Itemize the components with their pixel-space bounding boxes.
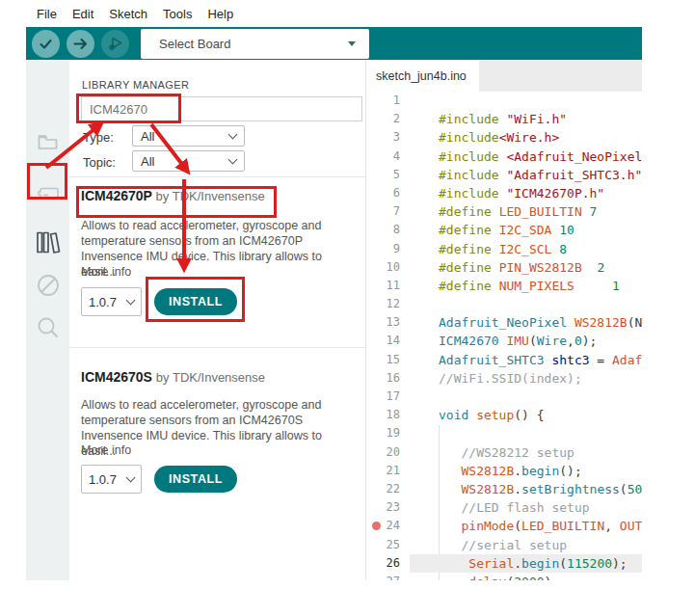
line-number: 1 [366, 92, 400, 110]
activity-sidebar [26, 60, 69, 580]
toolbar: Select Board [26, 27, 642, 60]
line-number: 17 [366, 388, 400, 406]
library-manager-icon[interactable] [26, 229, 69, 255]
code-line-4: 4#include <Adafruit_NeoPixel.h> [366, 147, 642, 166]
line-number: 16 [366, 369, 400, 388]
library-search-input[interactable] [81, 96, 362, 121]
line-number: 19 [366, 424, 400, 442]
topic-filter-select[interactable]: All [132, 150, 245, 172]
editor-area: sketch_jun4b.ino 12#include "WiFi.h"3#in… [366, 60, 642, 580]
chevron-down-icon [348, 41, 356, 46]
library-card-title: ICM42670S by TDK/Invensense [81, 369, 265, 385]
line-number: 20 [366, 443, 400, 462]
library-name: ICM42670P [81, 188, 152, 203]
chevron-down-icon [126, 295, 136, 305]
divider [69, 347, 365, 348]
code-line-8: 8#define I2C_SDA 10 [366, 221, 642, 239]
menu-item-tools[interactable]: Tools [155, 7, 200, 21]
line-number: 2 [366, 110, 400, 128]
code-line-6: 6#include "ICM42670P.h" [366, 184, 642, 202]
line-number: 13 [366, 313, 400, 332]
screenshot-canvas: FileEditSketchToolsHelp [0, 0, 694, 616]
code-line-7: 7#define LED_BUILTIN 7 [366, 202, 642, 221]
code-line-18: 18void setup() { [366, 406, 642, 424]
debug-button[interactable] [101, 30, 129, 58]
upload-button[interactable] [67, 30, 94, 58]
code-line-12: 12 [366, 295, 642, 313]
line-number: 3 [366, 128, 400, 147]
topic-filter-label: Topic: [83, 155, 116, 170]
code-line-19: 19 [366, 424, 642, 442]
line-number: 27 [366, 573, 400, 580]
code-line-10: 10#define PIN_WS2812B 2 [366, 258, 642, 277]
arrow-right-icon [72, 36, 89, 52]
code-line-13: 13Adafruit_NeoPixel WS2812B(NUM_PIXELS, … [366, 313, 642, 332]
code-line-3: 3#include<Wire.h> [366, 128, 642, 147]
code-line-23: 23 //LED flash setup [366, 498, 642, 517]
more-info-link[interactable]: More info [81, 265, 131, 279]
menu-item-sketch[interactable]: Sketch [101, 7, 155, 21]
line-number: 10 [366, 258, 400, 277]
line-number: 14 [366, 332, 400, 350]
line-number: 12 [366, 295, 400, 313]
search-sidebar-icon[interactable] [26, 314, 69, 340]
line-number: 9 [366, 240, 400, 258]
version-select[interactable]: 1.0.7 [81, 465, 142, 494]
library-author: by TDK/Invensense [156, 370, 265, 385]
code-line-5: 5#include "Adafruit_SHTC3.h" [366, 166, 642, 184]
install-button[interactable]: INSTALL [154, 466, 237, 493]
line-number: 18 [366, 406, 400, 424]
line-number: 23 [366, 498, 400, 517]
code-line-14: 14ICM42670 IMU(Wire,0); [366, 332, 642, 350]
code-line-21: 21 WS2812B.begin(); [366, 462, 642, 480]
debug-disabled-icon[interactable] [26, 273, 69, 298]
verify-button[interactable] [32, 30, 60, 58]
more-info-link[interactable]: More info [81, 443, 131, 457]
board-selector-label: Select Board [159, 37, 348, 51]
line-number: 7 [366, 202, 400, 221]
line-number: 4 [366, 147, 400, 166]
version-select[interactable]: 1.0.7 [81, 287, 142, 316]
code-line-1: 1 [366, 92, 642, 110]
library-name: ICM42670S [81, 369, 152, 385]
type-filter-select[interactable]: All [132, 125, 245, 147]
code-line-22: 22 WS2812B.setBrightness(50); [366, 480, 642, 498]
menu-item-help[interactable]: Help [200, 7, 241, 21]
panel-title: LIBRARY MANAGER [82, 79, 189, 91]
install-button[interactable]: INSTALL [154, 288, 237, 315]
menu-bar: FileEditSketchToolsHelp [26, 0, 642, 27]
line-number: 6 [366, 184, 400, 202]
chevron-down-icon [228, 129, 238, 139]
code-line-9: 9#define I2C_SCL 8 [366, 240, 642, 258]
check-icon [38, 36, 54, 52]
debug-icon [107, 35, 124, 52]
tab-bar: sketch_jun4b.ino [366, 60, 642, 92]
code-line-25: 25 //serial setup [366, 536, 642, 554]
line-number: 8 [366, 221, 400, 239]
line-number: 22 [366, 480, 400, 498]
tab-sketch[interactable]: sketch_jun4b.ino [366, 60, 479, 92]
code-line-26: 26 Serial.begin(115200); [366, 554, 642, 573]
library-author: by TDK/Invensense [156, 189, 265, 203]
line-number: 25 [366, 536, 400, 554]
code-line-24: 24 pinMode(LED_BUILTIN, OUTPUT); [366, 517, 642, 535]
sketchbook-folder-icon[interactable] [26, 130, 69, 154]
content-row: LIBRARY MANAGER Type: All Topic: All ICM… [26, 60, 642, 580]
code-line-20: 20 //WS28212 setup [366, 443, 642, 462]
code-lines[interactable]: 12#include "WiFi.h"3#include<Wire.h>4#in… [366, 92, 642, 580]
boards-manager-icon[interactable] [26, 180, 69, 205]
line-number: 21 [366, 462, 400, 480]
menu-item-file[interactable]: File [29, 7, 65, 21]
code-line-27: 27 delay(2000); [366, 573, 642, 580]
code-line-2: 2#include "WiFi.h" [366, 110, 642, 128]
code-line-17: 17 [366, 388, 642, 406]
type-filter-label: Type: [83, 130, 114, 145]
arduino-ide-window: FileEditSketchToolsHelp [26, 0, 642, 580]
library-card-title: ICM42670P by TDK/Invensense [81, 188, 265, 203]
line-number: 5 [366, 166, 400, 184]
library-manager-panel: LIBRARY MANAGER Type: All Topic: All ICM… [69, 60, 366, 580]
line-number: 26 [366, 554, 400, 573]
menu-item-edit[interactable]: Edit [65, 7, 101, 21]
divider [69, 176, 365, 177]
board-selector[interactable]: Select Board [141, 29, 369, 59]
